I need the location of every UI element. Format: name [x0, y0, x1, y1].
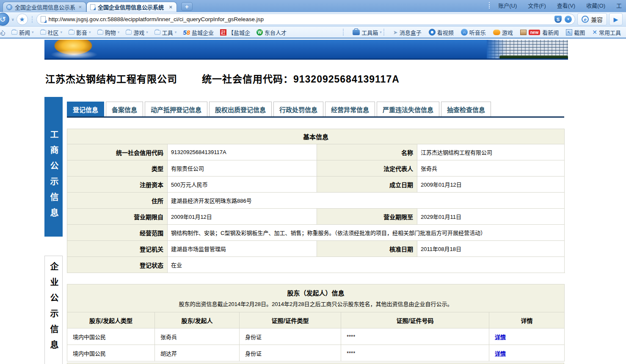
shareholder-row: 境内中国公民张奇兵身份证****详情 [67, 328, 565, 345]
bookmark-folder[interactable]: 社区▾ [40, 28, 63, 36]
shareholder-cell: 身份证 [240, 345, 341, 361]
bookmark-folder-label: 社区 [48, 28, 59, 36]
section-tab[interactable]: 备案信息 [106, 102, 143, 116]
column-header: 证照/证件号码 [341, 312, 489, 328]
sidebar-item-label: 工商公示信息 [44, 130, 63, 237]
section-tab[interactable]: 登记信息 [67, 102, 104, 116]
bookmark-folder-label: 新闻 [19, 28, 30, 36]
sidebar-item-enterprise-publicity[interactable]: 企业公示信息 [44, 256, 63, 364]
field-label: 登记机关 [67, 241, 168, 257]
browser-tool-message[interactable]: ➤消息盒子 [393, 28, 422, 36]
shareholder-cell: 胡达芹 [155, 345, 240, 361]
divider [489, 2, 490, 8]
section-tab[interactable]: 经营异常信息 [325, 102, 375, 116]
section-tab[interactable]: 股权出质登记信息 [209, 102, 272, 116]
video-icon [429, 29, 436, 36]
field-value: 有限责任公司 [168, 160, 317, 176]
folder-icon [126, 30, 132, 35]
bookmark-link[interactable]: 58盐城企业 [183, 28, 214, 36]
bookmark-link[interactable]: 赶【盐城企 [220, 28, 250, 36]
news-icon [520, 30, 527, 35]
browser-tab-title: 全国企业信用信息公示系... [15, 3, 75, 11]
bookmark-folder[interactable]: 工具▾ [154, 28, 177, 36]
bookmark-link[interactable]: W东台人才 [256, 28, 287, 36]
chevron-down-icon: ▾ [118, 30, 120, 34]
shareholder-cell: **** [341, 328, 489, 345]
browser-tool-music[interactable]: ∩听音乐 [461, 28, 486, 36]
detail-link[interactable]: 详情 [495, 350, 506, 357]
url-text[interactable]: http://www.jsgsj.gov.cn:58888/ecipplatfo… [49, 16, 552, 22]
58-logo-icon: 58 [183, 29, 190, 36]
tab-close-icon[interactable]: × [168, 4, 173, 10]
browser-tools: 工具箱▾➤消息盒子看视频∩听音乐游戏new看新闻↖截图✕常用工具 [341, 28, 621, 36]
basic-info-title: 基本信息 [67, 129, 565, 144]
banner-building-photo [487, 40, 568, 58]
section-tab[interactable]: 抽查检查信息 [441, 102, 491, 116]
field-value: 钢结构制作、安装；C型钢及彩钢板生产、加工、销售；称重服务。（依法须经批准的项目… [168, 225, 565, 241]
bookmark-link-label: 东台人才 [265, 28, 287, 36]
detail-link[interactable]: 详情 [495, 334, 506, 340]
clipped-bookmark-item[interactable]: 心 [0, 28, 5, 36]
section-tab[interactable]: 动产抵押登记信息 [145, 102, 207, 116]
basic-info-row: 登记状态在业 [67, 257, 565, 273]
divider [343, 29, 344, 36]
shareholder-cell: 境内中国公民 [67, 345, 155, 361]
browser-tab-title: 全国企业信用信息公示系统 [98, 3, 165, 11]
browser-tab[interactable]: i全国企业信用信息公示系...× [3, 2, 86, 12]
bookmark-folder[interactable]: 游戏▾ [126, 28, 148, 36]
window-menu-item[interactable]: 收藏(O) [586, 1, 605, 9]
go-button[interactable]: ▶ [609, 13, 623, 25]
bookmark-folder[interactable]: 购物▾ [97, 28, 120, 36]
window-menu-item[interactable]: 文件(F) [528, 1, 546, 9]
shareholder-cell: **** [341, 345, 489, 361]
bookmark-folder[interactable]: 影音▾ [69, 28, 91, 36]
browser-tool-tools[interactable]: ✕常用工具 [592, 28, 621, 36]
url-dropdown-icon[interactable]: ▼ [565, 16, 572, 23]
window-menu-item[interactable]: 工 [616, 1, 622, 9]
browser-window: i全国企业信用信息公示系...×全国企业信用信息公示系统× + 账户(U)文件(… [0, 0, 626, 39]
browser-tool-toolbox[interactable]: 工具箱▾ [353, 28, 382, 36]
section-tab[interactable]: 行政处罚信息 [273, 102, 323, 116]
security-shield-icon[interactable]: S [554, 16, 562, 23]
browser-tool-news[interactable]: new看新闻 [520, 28, 559, 36]
shareholders-table: 股东（发起人）信息 股东的出资信息截止2014年2月28日。2014年2月28日… [67, 284, 565, 361]
basic-info-row: 经营范围钢结构制作、安装；C型钢及彩钢板生产、加工、销售；称重服务。（依法须经批… [67, 225, 565, 241]
basic-info-row: 住所建湖县经济开发区明珠东路886号 [67, 193, 565, 209]
bookmark-folders: 新闻▾社区▾影音▾购物▾游戏▾工具▾ [5, 28, 176, 36]
browser-tool-game[interactable]: 游戏 [493, 28, 513, 36]
field-value: 500万元人民币 [168, 176, 317, 193]
sidebar-item-business-publicity[interactable]: 工商公示信息 [44, 97, 63, 237]
column-header: 证照/证件类型 [240, 312, 341, 328]
back-button[interactable]: ↺ [0, 13, 9, 26]
sidebar-item-label: 企业公示信息 [44, 262, 63, 364]
tab-close-icon[interactable]: × [77, 4, 83, 10]
browser-tool-capture[interactable]: ↖截图 [566, 28, 585, 36]
toolbox-icon [353, 30, 360, 35]
field-value: 张奇兵 [417, 160, 565, 176]
field-label: 统一社会信用代码 [67, 144, 168, 160]
browser-tool-video[interactable]: 看视频 [429, 28, 454, 36]
shareholders-caption-row: 股东（发起人）信息 股东的出资信息截止2014年2月28日。2014年2月28日… [67, 284, 565, 312]
browser-tab[interactable]: 全国企业信用信息公示系统× [86, 2, 177, 12]
field-value: 建湖县经济开发区明珠东路886号 [168, 193, 565, 209]
basic-info-row: 注册资本500万元人民币成立日期2009年01月12日 [67, 176, 565, 193]
browser-tool-label: 工具箱 [361, 28, 378, 36]
basic-info-row: 登记机关建湖县市场监督管理局核准日期2011年08月18日 [67, 241, 565, 257]
window-menu-item[interactable]: 查看(V) [557, 1, 575, 9]
field-label: 类型 [67, 160, 168, 176]
back-history-chevron-icon[interactable]: ∨ [11, 17, 14, 22]
column-header: 详情 [489, 312, 565, 328]
window-menu: 账户(U)文件(F)查看(V)收藏(O)工 [489, 1, 622, 12]
field-label: 成立日期 [317, 176, 417, 193]
emblem-glow [50, 50, 98, 59]
bookmark-folder[interactable]: 新闻▾ [11, 28, 34, 36]
bookmark-folder-label: 游戏 [133, 28, 144, 36]
compatibility-mode-button[interactable]: e 兼容 [577, 13, 607, 25]
bookmark-folder-label: 影音 [76, 28, 87, 36]
section-tab[interactable]: 严重违法失信信息 [377, 102, 439, 116]
folder-icon [40, 30, 46, 35]
url-field[interactable]: http://www.jsgsj.gov.cn:58888/ecipplatfo… [36, 14, 575, 25]
new-tab-button[interactable]: + [181, 2, 193, 11]
window-menu-item[interactable]: 账户(U) [498, 1, 517, 9]
favorites-star-button[interactable]: ★ [17, 14, 28, 25]
